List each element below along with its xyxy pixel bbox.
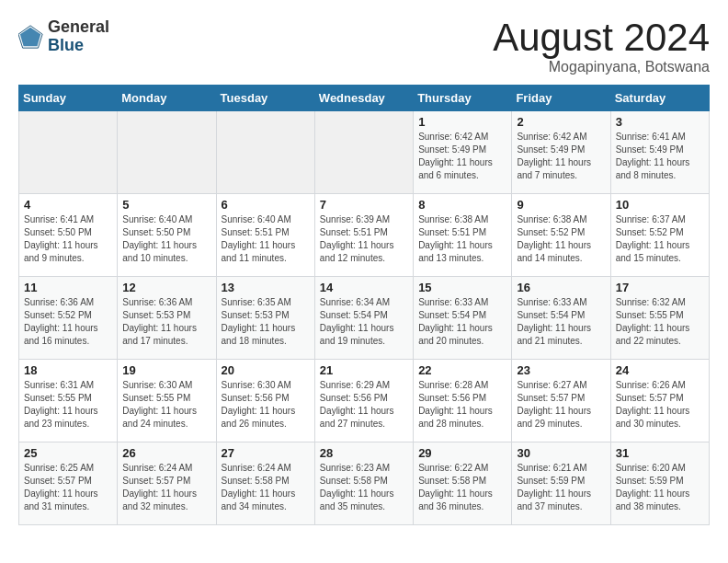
calendar-cell <box>19 111 118 194</box>
calendar-week-3: 11Sunrise: 6:36 AM Sunset: 5:52 PM Dayli… <box>19 277 710 360</box>
calendar-cell: 11Sunrise: 6:36 AM Sunset: 5:52 PM Dayli… <box>19 277 118 360</box>
day-number: 25 <box>24 446 112 460</box>
day-number: 19 <box>122 363 210 377</box>
day-info: Sunrise: 6:35 AM Sunset: 5:53 PM Dayligh… <box>222 296 310 348</box>
day-number: 11 <box>24 281 112 294</box>
day-info: Sunrise: 6:29 AM Sunset: 5:56 PM Dayligh… <box>320 379 408 431</box>
header-saturday: Saturday <box>610 86 709 111</box>
calendar-cell: 28Sunrise: 6:23 AM Sunset: 5:58 PM Dayli… <box>314 442 413 525</box>
calendar-cell: 27Sunrise: 6:24 AM Sunset: 5:58 PM Dayli… <box>216 442 314 525</box>
day-info: Sunrise: 6:38 AM Sunset: 5:52 PM Dayligh… <box>517 213 605 265</box>
location: Mogapinyana, Botswana <box>493 59 710 75</box>
day-number: 29 <box>418 446 506 460</box>
day-info: Sunrise: 6:40 AM Sunset: 5:51 PM Dayligh… <box>222 213 310 265</box>
calendar-cell: 17Sunrise: 6:32 AM Sunset: 5:55 PM Dayli… <box>610 277 709 360</box>
logo-blue-text: Blue <box>48 37 109 55</box>
day-info: Sunrise: 6:23 AM Sunset: 5:58 PM Dayligh… <box>320 462 408 513</box>
day-number: 23 <box>517 363 605 377</box>
calendar-cell: 22Sunrise: 6:28 AM Sunset: 5:56 PM Dayli… <box>414 360 512 442</box>
day-number: 8 <box>418 198 506 212</box>
day-number: 18 <box>24 363 112 377</box>
day-info: Sunrise: 6:24 AM Sunset: 5:57 PM Dayligh… <box>122 462 210 513</box>
calendar-cell: 20Sunrise: 6:30 AM Sunset: 5:56 PM Dayli… <box>216 360 314 442</box>
calendar-cell: 14Sunrise: 6:34 AM Sunset: 5:54 PM Dayli… <box>314 277 413 360</box>
calendar-cell: 10Sunrise: 6:37 AM Sunset: 5:52 PM Dayli… <box>610 194 709 277</box>
calendar-cell: 30Sunrise: 6:21 AM Sunset: 5:59 PM Dayli… <box>512 442 610 525</box>
day-info: Sunrise: 6:25 AM Sunset: 5:57 PM Dayligh… <box>24 462 112 513</box>
logo: General Blue <box>18 18 109 55</box>
day-info: Sunrise: 6:20 AM Sunset: 5:59 PM Dayligh… <box>616 462 704 513</box>
day-info: Sunrise: 6:30 AM Sunset: 5:55 PM Dayligh… <box>122 379 210 431</box>
calendar-cell <box>216 111 314 194</box>
day-number: 10 <box>616 198 704 212</box>
day-info: Sunrise: 6:34 AM Sunset: 5:54 PM Dayligh… <box>320 296 408 348</box>
day-info: Sunrise: 6:36 AM Sunset: 5:52 PM Dayligh… <box>24 296 112 348</box>
day-number: 5 <box>122 198 210 212</box>
day-info: Sunrise: 6:36 AM Sunset: 5:53 PM Dayligh… <box>122 296 210 348</box>
calendar-cell: 7Sunrise: 6:39 AM Sunset: 5:51 PM Daylig… <box>314 194 413 277</box>
day-info: Sunrise: 6:28 AM Sunset: 5:56 PM Dayligh… <box>418 379 506 431</box>
calendar-body: 1Sunrise: 6:42 AM Sunset: 5:49 PM Daylig… <box>19 111 710 525</box>
calendar-cell: 23Sunrise: 6:27 AM Sunset: 5:57 PM Dayli… <box>512 360 610 442</box>
day-info: Sunrise: 6:31 AM Sunset: 5:55 PM Dayligh… <box>24 379 112 431</box>
day-info: Sunrise: 6:27 AM Sunset: 5:57 PM Dayligh… <box>517 379 605 431</box>
day-number: 17 <box>616 281 704 294</box>
header-monday: Monday <box>118 86 216 111</box>
day-number: 30 <box>517 446 605 460</box>
day-number: 9 <box>517 198 605 212</box>
calendar-cell: 4Sunrise: 6:41 AM Sunset: 5:50 PM Daylig… <box>19 194 118 277</box>
day-info: Sunrise: 6:37 AM Sunset: 5:52 PM Dayligh… <box>616 213 704 265</box>
calendar-cell: 18Sunrise: 6:31 AM Sunset: 5:55 PM Dayli… <box>19 360 118 442</box>
day-info: Sunrise: 6:32 AM Sunset: 5:55 PM Dayligh… <box>616 296 704 348</box>
calendar-header: SundayMondayTuesdayWednesdayThursdayFrid… <box>19 86 710 111</box>
header-thursday: Thursday <box>414 86 512 111</box>
calendar-cell: 8Sunrise: 6:38 AM Sunset: 5:51 PM Daylig… <box>414 194 512 277</box>
day-info: Sunrise: 6:33 AM Sunset: 5:54 PM Dayligh… <box>517 296 605 348</box>
calendar-cell: 25Sunrise: 6:25 AM Sunset: 5:57 PM Dayli… <box>19 442 118 525</box>
calendar-cell <box>314 111 413 194</box>
day-number: 24 <box>616 363 704 377</box>
header-sunday: Sunday <box>19 86 118 111</box>
day-info: Sunrise: 6:30 AM Sunset: 5:56 PM Dayligh… <box>222 379 310 431</box>
day-number: 20 <box>222 363 310 377</box>
logo-general-text: General <box>48 18 109 37</box>
day-info: Sunrise: 6:42 AM Sunset: 5:49 PM Dayligh… <box>517 131 605 182</box>
header-wednesday: Wednesday <box>314 86 413 111</box>
day-number: 28 <box>320 446 408 460</box>
logo-text: General Blue <box>48 18 109 55</box>
day-info: Sunrise: 6:33 AM Sunset: 5:54 PM Dayligh… <box>418 296 506 348</box>
calendar-week-2: 4Sunrise: 6:41 AM Sunset: 5:50 PM Daylig… <box>19 194 710 277</box>
day-info: Sunrise: 6:38 AM Sunset: 5:51 PM Dayligh… <box>418 213 506 265</box>
day-number: 1 <box>418 115 506 129</box>
day-number: 27 <box>222 446 310 460</box>
header-tuesday: Tuesday <box>216 86 314 111</box>
calendar-cell: 16Sunrise: 6:33 AM Sunset: 5:54 PM Dayli… <box>512 277 610 360</box>
day-number: 14 <box>320 281 408 294</box>
page-header: General Blue August 2024 Mogapinyana, Bo… <box>18 18 710 75</box>
day-number: 15 <box>418 281 506 294</box>
header-friday: Friday <box>512 86 610 111</box>
logo-icon <box>18 24 44 50</box>
title-area: August 2024 Mogapinyana, Botswana <box>493 18 710 75</box>
month-title: August 2024 <box>493 18 710 57</box>
day-info: Sunrise: 6:22 AM Sunset: 5:58 PM Dayligh… <box>418 462 506 513</box>
calendar-cell: 21Sunrise: 6:29 AM Sunset: 5:56 PM Dayli… <box>314 360 413 442</box>
calendar-cell: 26Sunrise: 6:24 AM Sunset: 5:57 PM Dayli… <box>118 442 216 525</box>
header-row: SundayMondayTuesdayWednesdayThursdayFrid… <box>19 86 710 111</box>
calendar-week-1: 1Sunrise: 6:42 AM Sunset: 5:49 PM Daylig… <box>19 111 710 194</box>
day-number: 21 <box>320 363 408 377</box>
calendar-table: SundayMondayTuesdayWednesdayThursdayFrid… <box>18 85 710 525</box>
day-info: Sunrise: 6:21 AM Sunset: 5:59 PM Dayligh… <box>517 462 605 513</box>
day-info: Sunrise: 6:39 AM Sunset: 5:51 PM Dayligh… <box>320 213 408 265</box>
day-number: 26 <box>122 446 210 460</box>
day-info: Sunrise: 6:26 AM Sunset: 5:57 PM Dayligh… <box>616 379 704 431</box>
calendar-cell: 1Sunrise: 6:42 AM Sunset: 5:49 PM Daylig… <box>414 111 512 194</box>
calendar-week-4: 18Sunrise: 6:31 AM Sunset: 5:55 PM Dayli… <box>19 360 710 442</box>
calendar-cell: 6Sunrise: 6:40 AM Sunset: 5:51 PM Daylig… <box>216 194 314 277</box>
calendar-cell: 3Sunrise: 6:41 AM Sunset: 5:49 PM Daylig… <box>610 111 709 194</box>
calendar-cell: 9Sunrise: 6:38 AM Sunset: 5:52 PM Daylig… <box>512 194 610 277</box>
day-info: Sunrise: 6:42 AM Sunset: 5:49 PM Dayligh… <box>418 131 506 182</box>
calendar-cell: 12Sunrise: 6:36 AM Sunset: 5:53 PM Dayli… <box>118 277 216 360</box>
calendar-cell: 31Sunrise: 6:20 AM Sunset: 5:59 PM Dayli… <box>610 442 709 525</box>
calendar-cell <box>118 111 216 194</box>
